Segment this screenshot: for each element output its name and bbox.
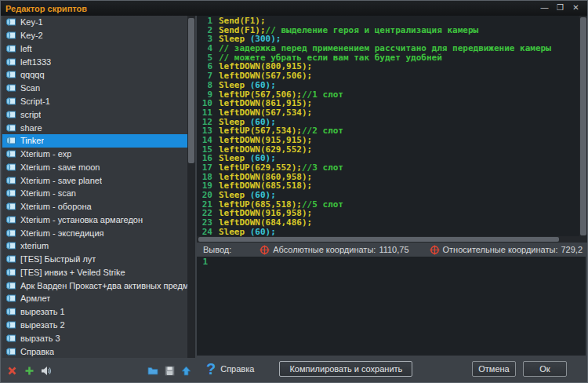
folder-icon[interactable]	[147, 364, 159, 377]
script-list-item[interactable]: Армлет	[2, 292, 187, 305]
add-icon[interactable]	[23, 364, 35, 377]
script-list-item[interactable]: Script-1	[2, 95, 187, 108]
script-list-item[interactable]: Tinker	[2, 134, 187, 148]
script-list-item[interactable]: вырезать 2	[2, 319, 187, 332]
absolute-coordinates-label: Абсолютные координаты:	[273, 245, 376, 254]
relative-coordinates-label: Относительные координаты:	[443, 245, 558, 254]
script-list-item[interactable]: qqqqq	[2, 68, 187, 82]
maximize-button[interactable]: ❐	[554, 2, 567, 14]
script-list-item[interactable]: Xterium - save moon	[2, 160, 187, 173]
sound-icon[interactable]	[40, 364, 53, 377]
editor-horizontal-scrollbar-thumb[interactable]	[198, 237, 559, 242]
line-number: 4	[197, 44, 212, 53]
line-number: 8	[197, 81, 212, 90]
script-list-item[interactable]: Справка	[2, 345, 187, 358]
script-name: вырезать 1	[20, 307, 65, 316]
script-name: Key-2	[20, 31, 43, 40]
help-icon[interactable]: ?	[206, 361, 216, 377]
script-list-item[interactable]: [TES] инвиз + Veiled Strike	[2, 266, 187, 279]
compile-save-button[interactable]: Компилировать и сохранить	[279, 361, 412, 377]
script-name: left1333	[20, 57, 51, 67]
script-scroll-icon	[5, 254, 16, 264]
save-icon[interactable]	[163, 364, 176, 377]
sidebar-scrollbar[interactable]	[187, 16, 195, 358]
script-list-item[interactable]: Key-2	[2, 29, 187, 42]
script-scroll-icon	[5, 281, 16, 290]
script-scroll-icon	[5, 31, 16, 40]
script-name: xterium	[20, 241, 49, 250]
script-name: Xterium - save moon	[20, 162, 100, 172]
ok-button[interactable]: Ок	[523, 361, 567, 377]
code-editor[interactable]: 123456789101112131415161718192021222324 …	[197, 16, 579, 236]
script-scroll-icon	[5, 215, 16, 224]
script-list-item[interactable]: Scan	[2, 82, 187, 95]
script-name: Scan	[20, 83, 40, 93]
upload-icon[interactable]	[180, 364, 192, 377]
script-scroll-icon	[5, 176, 16, 185]
window-controls: — ❐ ✕	[538, 2, 583, 14]
output-console[interactable]: 1	[197, 257, 586, 356]
delete-icon[interactable]	[5, 364, 18, 377]
script-scroll-icon	[5, 228, 16, 238]
script-list-item[interactable]: Xterium - экспедиция	[2, 226, 187, 239]
line-number: 11	[197, 108, 212, 118]
footer: ? Справка Компилировать и сохранить Отме…	[197, 356, 587, 382]
sidebar-scrollbar-thumb[interactable]	[188, 18, 194, 163]
script-scroll-icon	[5, 44, 16, 53]
line-number-gutter: 123456789101112131415161718192021222324	[197, 16, 216, 236]
editor-vertical-scrollbar-thumb[interactable]	[580, 17, 586, 235]
script-list-item[interactable]: [TES] Быстрый лут	[2, 253, 187, 266]
script-list-item[interactable]: Xterium - save planet	[2, 173, 187, 187]
script-scroll-icon	[5, 149, 16, 159]
script-list-item[interactable]: вырзать 3	[2, 331, 187, 345]
script-name: Xterium - scan	[20, 188, 76, 198]
script-name: Key-1	[20, 17, 43, 27]
script-name: Xterium - exp	[20, 149, 71, 159]
line-number: 17	[197, 163, 212, 173]
script-list-item[interactable]: left1333	[2, 55, 187, 68]
script-name: вырзать 3	[20, 334, 60, 343]
script-scroll-icon	[5, 123, 16, 133]
output-line-number: 1	[197, 257, 211, 356]
sidebar-toolbar-right	[147, 364, 192, 377]
script-list-item[interactable]: script	[2, 108, 187, 121]
relative-coordinates-value: 729,2	[561, 245, 583, 254]
code-line: Sleep (60);	[219, 228, 579, 236]
crosshair-icon	[430, 245, 440, 255]
script-list-item[interactable]: Арк Варден Прокаст+два активных предмета	[2, 279, 187, 292]
script-scroll-icon	[5, 70, 16, 79]
titlebar[interactable]: Редактор скриптов — ❐ ✕	[1, 1, 587, 16]
editor-horizontal-scrollbar[interactable]	[197, 236, 579, 243]
script-name: share	[20, 123, 42, 133]
script-list-item[interactable]: Key-1	[2, 16, 187, 29]
relative-coordinates: Относительные координаты: 729,2	[430, 245, 583, 255]
script-list-item[interactable]: вырезать 1	[2, 305, 187, 319]
script-list-item[interactable]: xterium	[2, 239, 187, 253]
script-list-item[interactable]: Xterium - установка армагедон	[2, 213, 187, 226]
line-number: 1	[197, 16, 212, 26]
line-number: 20	[197, 191, 212, 200]
script-name: Арк Варден Прокаст+два активных предмета	[20, 281, 187, 290]
help-link[interactable]: Справка	[220, 364, 254, 374]
script-name: Tinker	[20, 136, 44, 145]
script-name: Xterium - оборона	[20, 202, 92, 211]
absolute-coordinates-value: 1110,75	[379, 245, 408, 254]
absolute-coordinates: Абсолютные координаты: 1110,75	[260, 245, 408, 255]
script-list-item[interactable]: Xterium - scan	[2, 187, 187, 200]
line-number: 14	[197, 136, 212, 145]
script-list-item[interactable]: Xterium - exp	[2, 148, 187, 161]
script-list-item[interactable]: Xterium - оборона	[2, 200, 187, 213]
code-area[interactable]: Send(F1);Send(F1);// выделение героя и ц…	[216, 16, 579, 236]
script-list-item[interactable]: share	[2, 121, 187, 134]
script-list: Key-1Key-2leftleft1333qqqqqScanScript-1s…	[2, 16, 187, 358]
script-scroll-icon	[5, 57, 16, 67]
minimize-button[interactable]: —	[538, 2, 551, 14]
script-scroll-icon	[5, 347, 16, 356]
close-button[interactable]: ✕	[569, 2, 583, 14]
script-list-item[interactable]: left	[2, 42, 187, 56]
script-name: Справка	[20, 347, 54, 356]
editor-vertical-scrollbar[interactable]	[579, 16, 587, 243]
script-name: [TES] Быстрый лут	[20, 254, 96, 264]
script-name: left	[20, 44, 32, 53]
cancel-button[interactable]: Отмена	[472, 361, 516, 377]
